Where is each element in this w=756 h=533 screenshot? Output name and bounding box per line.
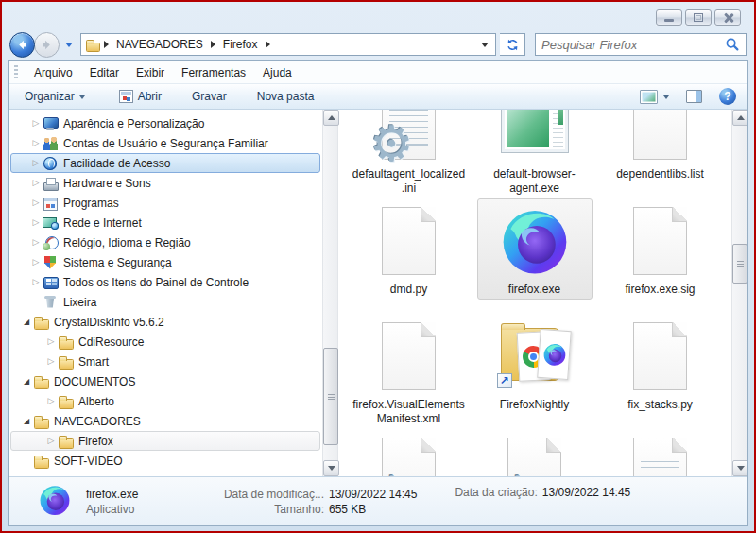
back-button[interactable] (9, 32, 35, 58)
file-icon-box (356, 201, 462, 281)
file-firefox-exe-sig[interactable]: firefox.exe.sig (597, 198, 723, 300)
expand-arrow-icon[interactable]: ▷ (30, 238, 42, 247)
views-button[interactable] (636, 85, 673, 108)
file-item-partial[interactable]: ⚙ (472, 429, 597, 476)
expand-arrow-icon[interactable]: ▷ (30, 119, 42, 128)
tree-item-navegadores[interactable]: ◢NAVEGADORES (10, 411, 320, 431)
search-box[interactable] (535, 33, 747, 56)
open-button[interactable]: Abrir (111, 85, 170, 108)
recent-pages-dropdown[interactable] (65, 43, 73, 47)
menu-ajuda[interactable]: Ajuda (254, 62, 301, 83)
breadcrumb-segment-navegadores[interactable]: NAVEGADORES (111, 35, 209, 54)
expand-arrow-icon[interactable]: ▷ (45, 357, 57, 366)
expand-arrow-icon[interactable]: ◢ (21, 418, 32, 425)
tree-item-programas[interactable]: ▷Programas (10, 193, 320, 213)
tree-scrollbar-thumb[interactable] (323, 348, 338, 445)
file-fix-stacks-py[interactable]: fix_stacks.py (597, 314, 723, 415)
breadcrumb-segment-firefox[interactable]: Firefox (217, 35, 264, 54)
expand-arrow-icon[interactable]: ▷ (30, 179, 42, 187)
file-firefox-visualelementsmanifest-xml[interactable]: firefox.VisualElementsManifest.xml (346, 314, 472, 429)
file-default-browser-agent-exe[interactable]: default-browser-agent.exe (472, 110, 597, 198)
expand-arrow-icon[interactable]: ▷ (30, 218, 42, 227)
menu-exibir[interactable]: Exibir (128, 62, 173, 83)
tree-item-label: Smart (78, 355, 109, 369)
tree-item-label: NAVEGADORES (54, 415, 141, 428)
menu-bar: ArquivoEditarExibirFerramentasAjuda (9, 61, 747, 84)
gear-icon: ⚙ (369, 119, 414, 168)
file-dmd-py[interactable]: dmd.py (346, 198, 472, 300)
file-icon-box: ⚙ (356, 110, 462, 165)
file-firefoxnightly[interactable]: FirefoxNightly (472, 314, 597, 415)
expand-arrow-icon[interactable]: ▷ (30, 139, 42, 147)
menu-arquivo[interactable]: Arquivo (26, 62, 81, 83)
tree-item-rede-e-internet[interactable]: ▷Rede e Internet (10, 213, 320, 232)
menu-ferramentas[interactable]: Ferramentas (173, 62, 254, 83)
expand-arrow-icon[interactable]: ◢ (21, 318, 32, 326)
expand-arrow-icon[interactable]: ▷ (30, 258, 42, 266)
file-item-partial[interactable]: ⚙ (346, 429, 472, 476)
files-scrollbar-thumb[interactable] (732, 244, 747, 284)
network-icon (43, 215, 59, 231)
title-bar (2, 2, 754, 28)
file-icon-box: ⚙ (482, 432, 588, 476)
tree-item-soft-video[interactable]: SOFT-VIDEO (10, 451, 320, 471)
address-dropdown-button[interactable] (476, 35, 493, 54)
help-icon (719, 88, 736, 105)
file-item-partial[interactable] (597, 429, 723, 476)
breadcrumb-separator-icon (211, 41, 215, 48)
tree-item-hardware-e-sons[interactable]: ▷Hardware e Sons (10, 173, 320, 193)
refresh-button[interactable] (500, 33, 525, 56)
tree-item-lixeira[interactable]: Lixeira (10, 292, 320, 312)
tree-item-cdiresource[interactable]: ▷CdiResource (10, 332, 320, 352)
menu-editar[interactable]: Editar (81, 62, 128, 83)
expand-arrow-icon[interactable]: ▷ (45, 437, 57, 445)
file-icon-box (482, 201, 588, 281)
expand-arrow-icon[interactable]: ▷ (45, 337, 57, 346)
expand-arrow-icon[interactable]: ▷ (30, 198, 42, 207)
tree-item-relogio-idioma-e-regiao[interactable]: ▷Relógio, Idioma e Região (10, 232, 320, 252)
minimize-button[interactable] (656, 9, 682, 26)
burn-button[interactable]: Gravar (183, 85, 235, 108)
tree-item-sistema-e-seguranca[interactable]: ▷Sistema e Segurança (10, 252, 320, 272)
file-dependentlibs-list[interactable]: dependentlibs.list (597, 110, 723, 184)
address-bar[interactable]: NAVEGADORESFirefox (80, 33, 496, 56)
expand-arrow-icon[interactable]: ▷ (45, 397, 57, 405)
file-defaultagent-localized-ini[interactable]: ⚙defaultagent_localized.ini (346, 110, 472, 198)
expand-arrow-icon[interactable]: ◢ (21, 378, 32, 386)
files-scroll-down-button[interactable] (732, 460, 747, 476)
help-button[interactable] (715, 85, 740, 108)
settings-document-icon: ⚙ (382, 438, 436, 476)
document-icon (633, 207, 687, 275)
navigation-bar: NAVEGADORESFirefox (2, 28, 754, 60)
tree-item-todos-os-itens-do-painel-de-controle[interactable]: ▷Todos os Itens do Painel de Controle (10, 272, 320, 292)
close-button[interactable] (714, 9, 741, 26)
file-icon-box (608, 201, 713, 281)
tree-item-facilidade-de-acesso[interactable]: ▷Facilidade de Acesso (10, 153, 320, 173)
command-toolbar: Organizar Abrir Gravar Nova pasta (9, 84, 747, 110)
files-scroll-up-button[interactable] (732, 110, 747, 126)
tree-item-contas-de-usuario-e-seguranca-familiar[interactable]: ▷Contas de Usuário e Segurança Familiar (10, 133, 320, 153)
hardware-icon (43, 176, 59, 191)
search-input[interactable] (541, 38, 725, 52)
maximize-button[interactable] (685, 9, 712, 26)
tree-item-smart[interactable]: ▷Smart (10, 352, 320, 371)
expand-arrow-icon[interactable]: ▷ (30, 278, 42, 286)
tree-item-crystaldiskinfo-v5-6-2[interactable]: ◢CrystalDiskInfo v5.6.2 (10, 312, 320, 332)
preview-pane-button[interactable] (682, 85, 706, 108)
file-firefox-exe[interactable]: firefox.exe (472, 198, 597, 300)
new-folder-label: Nova pasta (257, 90, 315, 103)
tree-scrollbar[interactable] (322, 110, 338, 476)
tree-item-firefox[interactable]: ▷Firefox (10, 431, 320, 451)
new-folder-button[interactable]: Nova pasta (249, 85, 323, 108)
files-scrollbar[interactable] (731, 110, 747, 476)
tree-scroll-down-button[interactable] (323, 460, 339, 476)
organize-dropdown-icon (79, 95, 85, 99)
expand-arrow-icon[interactable]: ▷ (30, 159, 42, 167)
tree-item-documentos[interactable]: ◢DOCUMENTOS (10, 371, 320, 391)
tree-item-aparencia-e-personalizacao[interactable]: ▷Aparência e Personalização (10, 113, 320, 133)
organize-button[interactable]: Organizar (16, 85, 94, 108)
menu-grip[interactable] (14, 65, 18, 80)
tree-item-alberto[interactable]: ▷Alberto (10, 391, 320, 411)
forward-button[interactable] (34, 32, 60, 58)
tree-scroll-up-button[interactable] (323, 110, 339, 126)
